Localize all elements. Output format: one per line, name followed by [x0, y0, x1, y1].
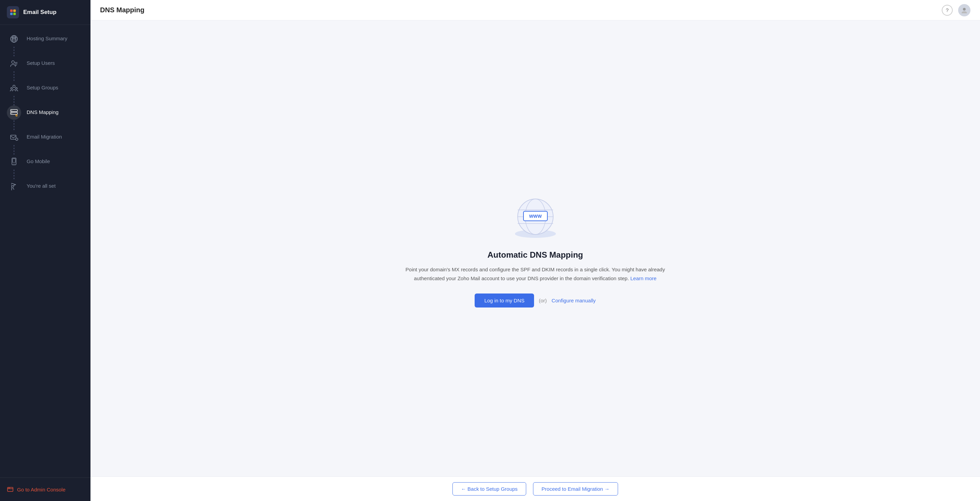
- sidebar-header: Email Setup: [0, 0, 91, 25]
- svg-point-16: [16, 88, 18, 89]
- sidebar-item-hosting-summary[interactable]: WWW Hosting Summary: [0, 32, 91, 56]
- svg-point-30: [10, 488, 10, 488]
- svg-point-21: [16, 115, 18, 116]
- back-to-setup-groups-button[interactable]: ← Back to Setup Groups: [452, 482, 526, 496]
- setup-users-icon-wrap: [7, 56, 21, 71]
- dns-icon: [10, 108, 18, 117]
- avatar[interactable]: [958, 4, 970, 16]
- dns-illustration: WWW: [402, 189, 668, 241]
- svg-point-19: [12, 110, 12, 111]
- content-description: Point your domain's MX records and confi…: [402, 265, 668, 282]
- action-row: Log in to my DNS (or) Configure manually: [402, 293, 668, 308]
- configure-manually-button[interactable]: Configure manually: [552, 298, 595, 303]
- header-actions: ?: [942, 4, 970, 16]
- page-title: DNS Mapping: [100, 6, 145, 14]
- sidebar-item-setup-users[interactable]: Setup Users: [0, 56, 91, 81]
- sidebar-item-setup-groups[interactable]: Setup Groups: [0, 81, 91, 105]
- main-content-area: DNS Mapping ?: [91, 0, 980, 501]
- sidebar-item-go-mobile[interactable]: Go Mobile: [0, 155, 91, 179]
- svg-text:WWW: WWW: [13, 38, 16, 39]
- svg-point-27: [14, 163, 14, 164]
- users-icon: [10, 59, 18, 68]
- app-icon: [7, 6, 19, 18]
- go-mobile-icon-wrap: [7, 155, 21, 169]
- content-area: WWW Automatic DNS Mapping Point your dom…: [91, 21, 980, 476]
- admin-console-button[interactable]: Go to Admin Console: [7, 483, 65, 496]
- svg-rect-0: [10, 10, 13, 12]
- svg-rect-28: [8, 487, 13, 491]
- app-title: Email Setup: [23, 9, 56, 16]
- admin-icon: [7, 486, 14, 493]
- sidebar-nav: WWW Hosting Summary: [0, 25, 91, 477]
- sidebar-item-label: Setup Users: [27, 56, 55, 67]
- svg-point-4: [11, 35, 18, 42]
- setup-groups-icon-wrap: [7, 81, 21, 95]
- dns-mapping-icon-wrap: [7, 105, 21, 120]
- help-button[interactable]: ?: [942, 5, 953, 16]
- sidebar-item-label: Hosting Summary: [27, 32, 67, 42]
- svg-rect-3: [13, 13, 16, 15]
- groups-icon: [10, 84, 18, 92]
- svg-point-20: [12, 113, 12, 114]
- svg-text:WWW: WWW: [529, 214, 542, 219]
- hosting-summary-icon-wrap: WWW: [7, 32, 21, 46]
- sidebar-item-label: You're all set: [27, 179, 56, 189]
- main-footer: ← Back to Setup Groups Proceed to Email …: [91, 476, 980, 501]
- dns-content-card: WWW Automatic DNS Mapping Point your dom…: [402, 189, 668, 308]
- svg-point-15: [11, 88, 13, 89]
- svg-rect-1: [13, 10, 16, 12]
- sidebar-item-dns-mapping[interactable]: DNS Mapping: [0, 105, 91, 130]
- sidebar-item-label: DNS Mapping: [27, 105, 58, 116]
- svg-point-5: [13, 35, 16, 42]
- sidebar-footer: Go to Admin Console: [0, 477, 91, 501]
- email-migration-icon-wrap: ...: [7, 130, 21, 144]
- main-header: DNS Mapping ?: [91, 0, 980, 21]
- learn-more-link[interactable]: Learn more: [630, 276, 657, 281]
- sidebar-item-label: Setup Groups: [27, 81, 58, 91]
- sidebar-item-email-migration[interactable]: ... Email Migration: [0, 130, 91, 155]
- migration-icon: ...: [10, 133, 18, 142]
- mobile-icon: [10, 157, 18, 166]
- globe-icon: WWW: [10, 35, 18, 43]
- or-label: (or): [539, 298, 547, 303]
- svg-point-31: [963, 8, 966, 11]
- sidebar-item-youre-all-set[interactable]: You're all set: [0, 179, 91, 204]
- svg-point-10: [12, 61, 14, 63]
- login-dns-button[interactable]: Log in to my DNS: [475, 293, 534, 308]
- flag-icon: [10, 182, 18, 191]
- sidebar-item-label: Go Mobile: [27, 155, 50, 165]
- svg-rect-2: [10, 13, 13, 15]
- content-heading: Automatic DNS Mapping: [402, 250, 668, 260]
- admin-console-label: Go to Admin Console: [17, 487, 65, 493]
- svg-text:...: ...: [16, 139, 18, 140]
- sidebar-item-label: Email Migration: [27, 130, 62, 140]
- all-set-icon-wrap: [7, 179, 21, 193]
- svg-rect-22: [11, 135, 16, 139]
- svg-point-29: [8, 488, 9, 488]
- sidebar: Email Setup WWW Hosting Summary: [0, 0, 91, 501]
- svg-point-14: [13, 85, 15, 88]
- proceed-to-email-migration-button[interactable]: Proceed to Email Migration →: [533, 482, 618, 496]
- svg-rect-26: [13, 159, 15, 162]
